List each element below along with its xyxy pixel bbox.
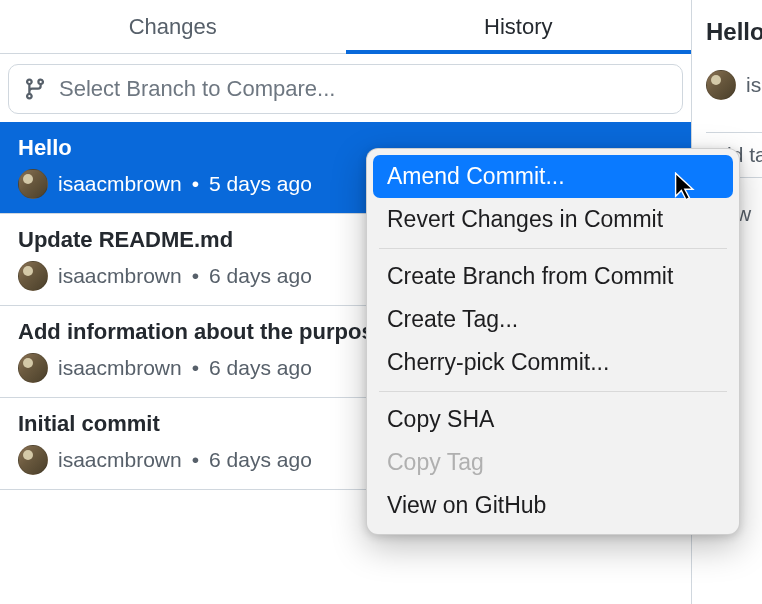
menu-separator — [379, 248, 727, 249]
commit-author: isaacmbrown — [58, 264, 182, 288]
commit-time: 6 days ago — [209, 356, 312, 380]
menu-view-on-github[interactable]: View on GitHub — [373, 484, 733, 527]
menu-copy-tag: Copy Tag — [373, 441, 733, 484]
commit-author: isaacmbrown — [58, 356, 182, 380]
commit-author: isaacmbrown — [58, 448, 182, 472]
menu-copy-sha[interactable]: Copy SHA — [373, 398, 733, 441]
menu-revert-changes[interactable]: Revert Changes in Commit — [373, 198, 733, 241]
separator: • — [192, 172, 199, 196]
detail-author: isaacmbrown — [746, 73, 762, 97]
avatar — [18, 353, 48, 383]
menu-separator — [379, 391, 727, 392]
avatar — [706, 70, 736, 100]
branch-compare-placeholder: Select Branch to Compare... — [59, 76, 335, 102]
avatar — [18, 445, 48, 475]
avatar — [18, 169, 48, 199]
detail-title: Hello — [706, 18, 762, 46]
separator: • — [192, 448, 199, 472]
git-branch-icon — [23, 77, 47, 101]
avatar — [18, 261, 48, 291]
separator: • — [192, 264, 199, 288]
menu-create-branch[interactable]: Create Branch from Commit — [373, 255, 733, 298]
commit-time: 6 days ago — [209, 264, 312, 288]
separator: • — [192, 356, 199, 380]
menu-cherry-pick[interactable]: Cherry-pick Commit... — [373, 341, 733, 384]
commit-time: 5 days ago — [209, 172, 312, 196]
menu-create-tag[interactable]: Create Tag... — [373, 298, 733, 341]
tab-changes[interactable]: Changes — [0, 0, 346, 53]
commit-time: 6 days ago — [209, 448, 312, 472]
menu-amend-commit[interactable]: Amend Commit... — [373, 155, 733, 198]
commit-author: isaacmbrown — [58, 172, 182, 196]
commit-context-menu: Amend Commit... Revert Changes in Commit… — [366, 148, 740, 535]
branch-compare-selector[interactable]: Select Branch to Compare... — [8, 64, 683, 114]
tab-history[interactable]: History — [346, 0, 692, 53]
tab-bar: Changes History — [0, 0, 691, 54]
